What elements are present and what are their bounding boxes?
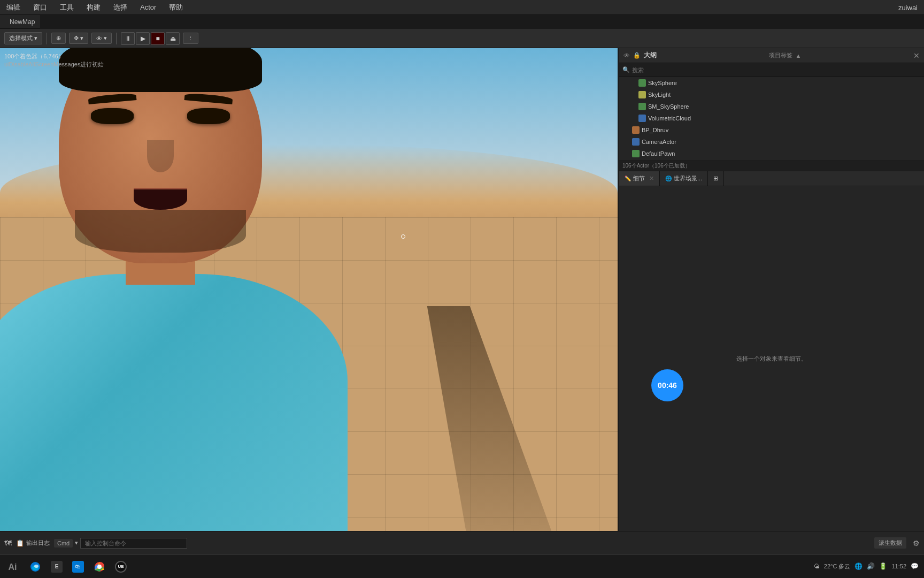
mesh-icon (638, 79, 646, 87)
taskbar: Ai E 🛍 (0, 554, 924, 578)
transform-button[interactable]: ✥ ▾ (69, 33, 88, 44)
outline-item-volumetriccloud[interactable]: VolumetricCloud (619, 112, 924, 124)
network-icon[interactable]: 🌐 (854, 562, 863, 570)
toolbar-separator-2 (116, 33, 117, 44)
pause-button[interactable]: ⏸ (121, 32, 135, 45)
menu-help[interactable]: 帮助 (167, 2, 185, 13)
right-panel: 👁 🔒 大纲 项目标签 ▲ ✕ 🔍 SkySphere SkyLight SM_… (619, 48, 924, 531)
outline-item-label: CameraActor (642, 139, 676, 145)
lock-icon[interactable]: 🔒 (633, 52, 641, 59)
cmd-section: Cmd ▾ (54, 538, 187, 549)
tab-newmap[interactable]: NewMap (4, 17, 40, 27)
stop-button[interactable]: ■ (151, 32, 165, 45)
menu-actor[interactable]: Actor (138, 2, 158, 12)
menu-tools[interactable]: 工具 (58, 2, 76, 13)
taskbar-ue-icon[interactable]: UE (111, 557, 130, 576)
tab-bar: NewMap (0, 15, 40, 29)
menu-bar: 编辑 窗口 工具 构建 选择 Actor 帮助 zuiwai (0, 0, 924, 15)
pawn-icon (632, 150, 640, 157)
view-button[interactable]: 👁 ▾ (91, 33, 112, 44)
outline-panel: 👁 🔒 大纲 项目标签 ▲ ✕ 🔍 SkySphere SkyLight SM_… (619, 48, 924, 171)
search-input[interactable] (632, 67, 921, 73)
taskbar-store-icon[interactable]: 🛍 (68, 557, 88, 576)
outline-item-skylight[interactable]: SkyLight (619, 89, 924, 101)
menu-build[interactable]: 构建 (84, 2, 103, 13)
taskbar-chrome-icon[interactable] (90, 557, 109, 576)
viewport-background: 100个着色器（6,746） uiDisableAllScreenMessage… (0, 48, 618, 531)
character-eyebrow-left (88, 93, 137, 104)
character-body (0, 274, 348, 531)
detail-close-button[interactable]: ✕ (649, 175, 654, 182)
chevron-down-icon: ▾ (34, 35, 37, 42)
console-input[interactable] (80, 538, 187, 549)
detail-world-header: ✏️ 细节 ✕ 🌐 世界场景... ⊞ (619, 171, 924, 186)
volume-icon[interactable]: 🔊 (867, 562, 875, 570)
menu-window[interactable]: 窗口 (31, 2, 49, 13)
visibility-icon[interactable]: 👁 (623, 52, 630, 59)
outline-search: 🔍 (619, 63, 924, 77)
add-actor-button[interactable]: ⊕ (51, 33, 66, 44)
cmd-label: Cmd (54, 539, 73, 547)
detail-world-panels: ✏️ 细节 ✕ 🌐 世界场景... ⊞ 选择一个对象来查看细节。 (619, 171, 924, 531)
world-scene-tab[interactable]: 🌐 世界场景... (660, 171, 708, 186)
detail-content: 选择一个对象来查看细节。 (619, 186, 924, 531)
ellipsis-icon: ⋮ (188, 35, 194, 42)
outline-item-cameraactor[interactable]: CameraActor (619, 136, 924, 148)
outline-item-label: SM_SkySphere (648, 103, 689, 110)
view-icon: 👁 (96, 35, 102, 42)
transform-icon: ✥ (74, 35, 79, 42)
chevron-down-icon-3: ▾ (104, 35, 107, 42)
map-icon: 🗺 (4, 539, 12, 547)
output-log-button[interactable]: 📋 输出日志 (16, 539, 50, 547)
character-eye-right (187, 108, 230, 124)
outline-item-label: VolumetricCloud (648, 115, 691, 121)
window-title-right: zuiwai (896, 0, 924, 15)
edit-icon: ✏️ (625, 176, 631, 181)
outline-tag-label: 项目标签 (769, 51, 792, 59)
character (0, 49, 374, 531)
derive-data-label[interactable]: 派生数据 (874, 537, 906, 549)
character-beard (75, 210, 246, 253)
outline-item-skysphere[interactable]: SkySphere (619, 77, 924, 89)
grid-view-tab[interactable]: ⊞ (708, 171, 724, 186)
detail-title: 细节 (633, 174, 645, 182)
character-eye-left (91, 108, 134, 124)
more-options-button[interactable]: ⋮ (183, 33, 198, 44)
menu-edit[interactable]: 编辑 (4, 2, 22, 13)
outline-item-defaultpawn[interactable]: DefaultPawn (619, 148, 924, 159)
notification-icon[interactable]: 💬 (911, 562, 919, 570)
detail-tab[interactable]: ✏️ 细节 ✕ (619, 171, 660, 186)
search-icon: 🔍 (622, 66, 630, 73)
outline-tag-arrow[interactable]: ▲ (796, 52, 802, 59)
select-mode-button[interactable]: 选择模式 ▾ (4, 32, 42, 44)
character-mouth (134, 188, 187, 210)
weather-temp: 22°C 多云 (824, 562, 851, 571)
map-indicator: 🗺 (4, 539, 12, 547)
viewport[interactable]: 100个着色器（6,746） uiDisableAllScreenMessage… (0, 48, 618, 531)
svg-point-9 (97, 565, 102, 569)
taskbar-edge-icon[interactable] (26, 557, 45, 576)
status-right: 派生数据 ⚙ (874, 537, 920, 549)
select-mode-label: 选择模式 (9, 34, 33, 42)
bp-icon (632, 126, 640, 134)
edge-icon (29, 561, 41, 573)
outline-item-label: BP_Dhruv (642, 127, 668, 133)
toolbar: 选择模式 ▾ ⊕ ✥ ▾ 👁 ▾ ⏸ ▶ ■ ⏏ ⋮ (0, 29, 924, 48)
character-nose (147, 140, 174, 172)
outline-item-bp-dhruv[interactable]: BP_Dhruv (619, 124, 924, 136)
cmd-chevron[interactable]: ▾ (75, 539, 78, 546)
play-controls: ⏸ ▶ ■ ⏏ (121, 32, 180, 45)
outline-close-button[interactable]: ✕ (913, 51, 920, 60)
outline-item-label: SkySphere (648, 80, 677, 86)
settings-icon[interactable]: ⚙ (913, 539, 920, 547)
outline-item-label: SkyLight (648, 92, 671, 98)
world-icon: 🌐 (665, 176, 672, 181)
taskbar-epic-icon[interactable]: E (47, 557, 66, 576)
step-button[interactable]: ▶ (136, 32, 150, 45)
eject-button[interactable]: ⏏ (166, 32, 180, 45)
menu-select[interactable]: 选择 (111, 2, 129, 13)
outline-item-sm-skysphere[interactable]: SM_SkySphere (619, 101, 924, 112)
ai-badge[interactable]: Ai (0, 557, 25, 578)
cloud-icon (638, 115, 646, 122)
character-hair (59, 48, 262, 92)
